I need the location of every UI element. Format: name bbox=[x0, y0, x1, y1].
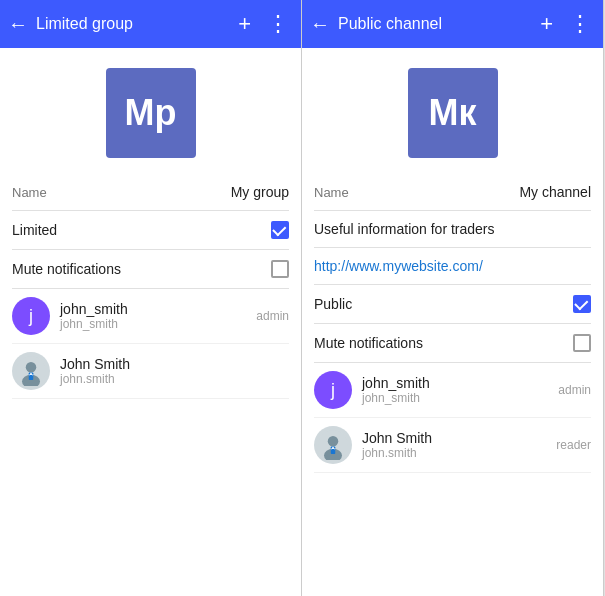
avatar bbox=[12, 352, 50, 390]
member-name: john_smith bbox=[362, 375, 548, 391]
panel1-title: Limited group bbox=[36, 15, 226, 33]
panel2-title: Public channel bbox=[338, 15, 528, 33]
panel1-name-row: Name My group bbox=[12, 174, 289, 211]
panel1-limited-checkbox[interactable] bbox=[271, 221, 289, 239]
member-name: John Smith bbox=[362, 430, 546, 446]
panel2-url-text[interactable]: http://www.mywebsite.com/ bbox=[314, 258, 483, 274]
member-name: john_smith bbox=[60, 301, 246, 317]
avatar bbox=[314, 426, 352, 464]
panel1-name-label: Name bbox=[12, 185, 47, 200]
panel1-limited-row[interactable]: Limited bbox=[12, 211, 289, 250]
panel1-add-icon[interactable]: + bbox=[234, 7, 255, 41]
panel1-form: Name My group Limited Mute notifications bbox=[0, 174, 301, 289]
panel1-avatar-section: Мр bbox=[0, 48, 301, 174]
table-row[interactable]: John Smith john.smith bbox=[12, 344, 289, 399]
person-icon bbox=[16, 356, 46, 386]
panel2-menu-icon[interactable]: ⋮ bbox=[565, 7, 595, 41]
panel2-name-value: My channel bbox=[519, 184, 591, 200]
table-row[interactable]: John Smith john.smith reader bbox=[314, 418, 591, 473]
public-channel-panel: ← Public channel + ⋮ Мк Name My channel … bbox=[302, 0, 604, 596]
member-name: John Smith bbox=[60, 356, 279, 372]
member-role: admin bbox=[256, 309, 289, 323]
panel1-mute-row[interactable]: Mute notifications bbox=[12, 250, 289, 289]
panel2-mute-checkbox[interactable] bbox=[573, 334, 591, 352]
panel2-info-text: Useful information for traders bbox=[314, 221, 495, 237]
svg-point-6 bbox=[328, 436, 339, 447]
panel2-mute-label: Mute notifications bbox=[314, 335, 423, 351]
panel2-avatar: Мк bbox=[408, 68, 498, 158]
panel1-header: ← Limited group + ⋮ bbox=[0, 0, 301, 48]
member-username: john.smith bbox=[362, 446, 546, 460]
panel2-name-label: Name bbox=[314, 185, 349, 200]
panel1-mute-label: Mute notifications bbox=[12, 261, 121, 277]
table-row[interactable]: j john_smith john_smith admin bbox=[314, 363, 591, 418]
avatar: j bbox=[12, 297, 50, 335]
panel2-avatar-section: Мк bbox=[302, 48, 603, 174]
panel2-info-row: Useful information for traders bbox=[314, 211, 591, 248]
person-icon bbox=[318, 430, 348, 460]
panel2-name-row: Name My channel bbox=[314, 174, 591, 211]
limited-group-panel: ← Limited group + ⋮ Мр Name My group Lim… bbox=[0, 0, 302, 596]
member-role: admin bbox=[558, 383, 591, 397]
panel1-members: j john_smith john_smith admin John Smith bbox=[0, 289, 301, 596]
panel2-members: j john_smith john_smith admin John Smith… bbox=[302, 363, 603, 596]
panel2-header: ← Public channel + ⋮ bbox=[302, 0, 603, 48]
panel2-url-row[interactable]: http://www.mywebsite.com/ bbox=[314, 248, 591, 285]
member-info: john_smith john_smith bbox=[362, 375, 548, 405]
avatar: j bbox=[314, 371, 352, 409]
member-info: John Smith john.smith bbox=[362, 430, 546, 460]
svg-point-1 bbox=[26, 362, 37, 373]
member-info: John Smith john.smith bbox=[60, 356, 279, 386]
panel2-public-row[interactable]: Public bbox=[314, 285, 591, 324]
panel1-menu-icon[interactable]: ⋮ bbox=[263, 7, 293, 41]
panel1-limited-label: Limited bbox=[12, 222, 57, 238]
table-row[interactable]: j john_smith john_smith admin bbox=[12, 289, 289, 344]
panel2-mute-row[interactable]: Mute notifications bbox=[314, 324, 591, 363]
panel2-public-label: Public bbox=[314, 296, 352, 312]
member-info: john_smith john_smith bbox=[60, 301, 246, 331]
panel1-name-value: My group bbox=[231, 184, 289, 200]
panel1-back-button[interactable]: ← bbox=[8, 13, 28, 36]
panel1-mute-checkbox[interactable] bbox=[271, 260, 289, 278]
panel2-back-button[interactable]: ← bbox=[310, 13, 330, 36]
panel2-form: Name My channel Useful information for t… bbox=[302, 174, 603, 363]
panel1-avatar: Мр bbox=[106, 68, 196, 158]
member-username: john.smith bbox=[60, 372, 279, 386]
panel2-add-icon[interactable]: + bbox=[536, 7, 557, 41]
member-username: john_smith bbox=[362, 391, 548, 405]
member-username: john_smith bbox=[60, 317, 246, 331]
panel2-public-checkbox[interactable] bbox=[573, 295, 591, 313]
member-role: reader bbox=[556, 438, 591, 452]
